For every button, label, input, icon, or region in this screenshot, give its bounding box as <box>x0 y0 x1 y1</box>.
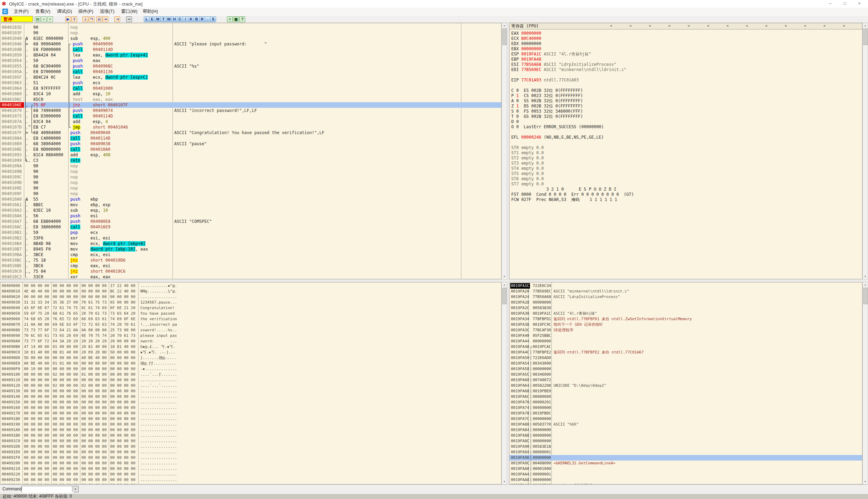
disasm-row[interactable]: 004010BE.3BC6cmpeax, esi <box>0 263 501 269</box>
register-line[interactable]: D 0 <box>510 119 862 124</box>
disasm-row[interactable]: 00401099L.C3retn <box>0 158 501 163</box>
disasm-row[interactable]: 004010A3.83EC 10subesp, 10 <box>0 208 501 213</box>
stack-row[interactable]: 0019FA300019FA1CASCII "4l.r青袜hj袜" <box>510 311 862 316</box>
stack-row[interactable]: 0019FA88│00000000 <box>510 433 862 438</box>
stack-row[interactable]: 0019FA54│00343000 <box>510 361 862 366</box>
toolbar-letter-m[interactable]: M <box>155 16 161 22</box>
stack-row[interactable]: 0019FA3477BFBFD1返回到 ntdll.77BFBFD1 来自 nt… <box>510 316 862 322</box>
register-line[interactable]: A 0 SS 002B 32位 0(FFFFFFFF) <box>510 98 862 104</box>
dump-row[interactable]: 004090F000 10 00 0000 00 00 0000 00 00 0… <box>0 366 501 372</box>
dump-row[interactable]: 004091C000 00 00 0000 00 00 0000 00 00 0… <box>0 438 501 444</box>
collapse-chevron-icon[interactable]: < <box>649 23 651 29</box>
scroll-up-icon[interactable]: ▲ <box>502 23 507 28</box>
menu-item-2[interactable]: 查看(V) <box>33 8 52 15</box>
stack-row[interactable]: 0019FA98│00000000 <box>510 455 862 461</box>
register-line[interactable]: C 0 ES 002B 32位 0(FFFFFFFF) <box>510 88 862 93</box>
stack-row[interactable]: 0019FA4005F25BBC <box>510 333 862 339</box>
register-line[interactable]: P 1 CS 0023 32位 0(FFFFFFFF) <box>510 93 862 98</box>
register-line[interactable]: ST3 empty 0.0 <box>510 161 862 166</box>
dump-row[interactable]: 0040904043 6F 6E 6772 61 74 756C 61 74 6… <box>0 305 501 311</box>
registers-pane[interactable]: 寄存器 (FPU)<<<<<<<<<<<<< EAX 00000000ECX B… <box>509 23 862 279</box>
register-line[interactable]: ST6 empty 0.0 <box>510 176 862 182</box>
disasm-row[interactable]: 004010AC.E8 38060000call004016E9 <box>0 224 501 230</box>
dump-row[interactable]: 0040916000 00 00 0000 00 00 0000 00 00 0… <box>0 405 501 411</box>
stack-row[interactable]: 0019FA8C│00000000 <box>510 438 862 444</box>
disasm-row[interactable]: 00401050.8D4424 04leaeax, dword ptr [esp… <box>0 52 501 58</box>
dump-row[interactable]: 004091B000 00 00 0000 00 00 0000 00 00 0… <box>0 433 501 438</box>
stack-row[interactable]: 0019FA58│00000000 <box>510 366 862 372</box>
memory-map-icon[interactable]: ▦ <box>233 16 239 22</box>
stack-row[interactable]: 0019FA2077B569ECASCII "minkernel\ntdll\l… <box>510 289 862 294</box>
dump-row[interactable]: 0040918000 00 00 0000 00 00 0000 00 00 0… <box>0 416 501 422</box>
stack-row[interactable]: 0019FA2C00583830 <box>510 305 862 311</box>
register-line[interactable] <box>510 83 862 88</box>
register-line[interactable]: FST 0000 Cond 0 0 0 0 Err 0 0 0 0 0 0 0 … <box>510 192 862 197</box>
dump-row[interactable]: 0040914000 00 00 0000 00 00 0000 00 00 0… <box>0 394 501 400</box>
stack-row[interactable]: 0019FA380019FC9C指向下一个 SEH 记录的指针 <box>510 322 862 327</box>
register-line[interactable]: ECX B0C40000 <box>510 36 862 41</box>
disasm-row[interactable]: 00401055.68 8C904000push0040908CASCII "%… <box>0 63 501 69</box>
scroll-thumb[interactable] <box>863 288 868 304</box>
stack-row[interactable]: 0019FA1C722E6C34 <box>510 283 862 289</box>
disasm-row[interactable]: 0040105F.8D4C24 0Cleaecx, dword ptr [esp… <box>0 75 501 80</box>
scroll-up-icon[interactable]: ▲ <box>863 23 868 28</box>
disasm-row[interactable]: 00401069.83C4 10addesp, 10 <box>0 91 501 97</box>
toolbar-letter-r[interactable]: R <box>199 16 205 22</box>
register-line[interactable]: T 0 GS 002B 32位 0(FFFFFFFF) <box>510 114 862 119</box>
register-line[interactable]: S 0 FS 0053 32位 346000(FFF) <box>510 109 862 114</box>
register-line[interactable]: ST5 empty 0.0 <box>510 171 862 176</box>
disasm-row[interactable]: 0040103F90nop <box>0 30 501 36</box>
toolbar-letter-slash[interactable]: / <box>183 16 188 22</box>
collapse-chevron-icon[interactable]: < <box>843 23 845 29</box>
collapse-chevron-icon[interactable]: < <box>726 23 729 29</box>
disasm-row[interactable]: 00401084.E8 C4000000call0040114D <box>0 135 501 141</box>
disasm-row[interactable]: 0040106C85C0testeax, eax <box>0 97 501 102</box>
dump-row[interactable]: 0040908073 73 77 6F72 64 21 0A0A 00 00 0… <box>0 327 501 333</box>
disasm-row[interactable]: 004010B7.8945 F0movdword ptr [ebp-10], e… <box>0 246 501 252</box>
dump-row[interactable]: 0040912000 00 00 0002 00 00 0002 00 00 0… <box>0 383 501 388</box>
scroll-thumb[interactable] <box>502 288 507 304</box>
scroll-down-icon[interactable]: ▼ <box>863 479 868 484</box>
scroll-up-icon[interactable]: ▲ <box>502 282 507 287</box>
close-program-icon[interactable]: × <box>47 16 53 22</box>
pause-icon[interactable]: ‖ <box>71 16 77 22</box>
stack-row[interactable]: 0019FA6C│00000000 <box>510 394 862 400</box>
stack-scrollbar[interactable]: ▲▼ <box>862 282 868 484</box>
minimize-button[interactable]: ─ <box>823 0 838 8</box>
register-line[interactable] <box>510 72 862 78</box>
command-combobox[interactable]: ▼ <box>21 486 79 492</box>
disasm-row[interactable]: 0040109C90nop <box>0 174 501 180</box>
dump-row[interactable]: 0040902000 00 00 0000 00 00 0000 00 00 0… <box>0 294 501 300</box>
menu-item-6[interactable]: 窗口(W) <box>119 8 140 15</box>
dump-row[interactable]: 004090B047 14 40 0001 00 00 0020 81 40 0… <box>0 344 501 350</box>
menu-item-3[interactable]: 调试(D) <box>55 8 74 15</box>
memory-dump-pane[interactable]: 0040900000 00 00 0000 00 00 0000 00 00 0… <box>0 282 502 484</box>
run-icon[interactable]: ▶ <box>65 16 71 22</box>
stack-row[interactable]: 0019FA84│00000000 <box>510 427 862 433</box>
toolbar-letter-t[interactable]: T <box>160 16 166 22</box>
register-line[interactable]: EBP 0019FA48 <box>510 57 862 62</box>
register-line[interactable]: ST1 empty 0.0 <box>510 150 862 156</box>
dump-row[interactable]: 0040919000 00 00 0000 00 00 0000 00 00 0… <box>0 422 501 427</box>
stack-pane[interactable]: 0019FA1C722E6C340019FA2077B569ECASCII "m… <box>509 282 862 484</box>
dump-row[interactable]: 0040911000 00 00 0000 00 00 0000 00 00 0… <box>0 377 501 383</box>
disasm-row[interactable]: 00401040$81EC 0004000subesp, 400 <box>0 36 501 41</box>
disasm-row[interactable]: 0040107A.83C4 04addesp, 4 <box>0 119 501 124</box>
toolbar-letter-h[interactable]: H <box>171 16 177 22</box>
register-line[interactable] <box>510 140 862 145</box>
toolbar-letter-b[interactable]: B <box>194 16 200 22</box>
dump-row[interactable]: 004090E0A0 BE 40 0001 01 00 0000 00 00 0… <box>0 361 501 366</box>
stack-row[interactable]: 0019FA94│00000001 <box>510 449 862 455</box>
dump-row[interactable]: 004090D05D 00 00 0000 00 00 00A0 BE 40 0… <box>0 355 501 361</box>
disassembly-scrollbar[interactable]: ▲▼ <box>502 23 507 279</box>
dump-scrollbar[interactable]: ▲▼ <box>502 282 507 484</box>
menu-item-7[interactable]: 帮助(H) <box>141 8 160 15</box>
register-line[interactable]: FCW 027F Prec NEAR,53 掩码 1 1 1 1 1 1 <box>510 197 862 202</box>
disasm-row[interactable]: 004010B4.8B4D 08movecx, dword ptr [ebp+8… <box>0 241 501 246</box>
dump-row[interactable]: 0040907021 0A 00 0069 6E 63 6F72 72 65 6… <box>0 322 501 327</box>
open-file-icon[interactable]: ▤ <box>35 16 41 22</box>
dump-row[interactable]: 0040900000 00 00 0000 00 00 0000 00 00 0… <box>0 283 501 289</box>
stack-row[interactable]: 0019FA78│0019FBDC <box>510 411 862 416</box>
stack-row[interactable]: 0019FA2477B56A68ASCII "LdrpInitializePro… <box>510 294 862 300</box>
scroll-down-icon[interactable]: ▼ <box>502 479 507 484</box>
